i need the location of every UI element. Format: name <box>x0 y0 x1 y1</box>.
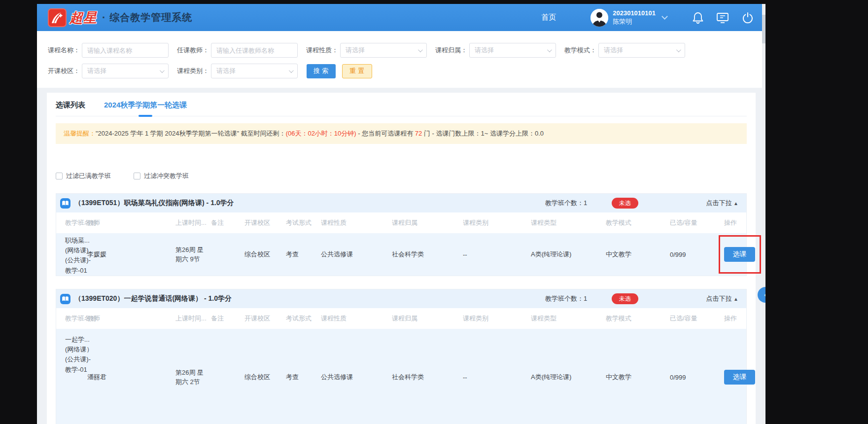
avatar[interactable] <box>590 9 608 27</box>
status-badge: 未选 <box>612 198 638 209</box>
reset-button[interactable]: 重置 <box>342 64 372 78</box>
course-category-placeholder: 请选择 <box>216 67 236 75</box>
status-badge: 未选 <box>612 293 638 304</box>
triangle-up-icon: ▲ <box>733 296 738 302</box>
course-belong-select[interactable]: 请选择 <box>469 43 556 58</box>
campus-label: 开课校区： <box>48 67 80 75</box>
book-icon <box>60 198 70 209</box>
col-teacher: 教师 <box>87 314 175 323</box>
scrollbar-thumb[interactable] <box>762 15 765 43</box>
chevron-down-icon <box>289 68 294 73</box>
course-card-1399ET051: （1399ET051）职场菜鸟礼仪指南(网络课) - 1.0学分 教学班个数：1… <box>56 193 747 276</box>
course-name-input[interactable] <box>82 43 169 58</box>
bell-icon[interactable] <box>693 12 703 24</box>
col-class-name: 教学班名称 <box>65 314 87 323</box>
course-category-select[interactable]: 请选择 <box>211 64 298 78</box>
filter-campus: 开课校区： 请选择 <box>48 64 169 78</box>
col-campus: 开课校区 <box>244 314 286 323</box>
col-time: 上课时间... <box>175 218 211 227</box>
table-row: 职场菜... (网络课) (公共课)- 教学-01 李媛媛 第26周 星期六 9… <box>56 233 746 276</box>
cell-action: 选课 <box>724 370 755 385</box>
expand-toggle[interactable]: 点击下拉 ▲ <box>706 199 738 208</box>
checkbox-icon[interactable] <box>56 173 63 179</box>
course-card-header[interactable]: （1399ET020）一起学说普通话(网络课） - 1.0学分 教学班个数：1 … <box>56 289 746 308</box>
user-info[interactable]: 202301010101 陈荣明 <box>613 9 656 26</box>
course-nature-placeholder: 请选择 <box>346 46 365 55</box>
col-belong: 课程归属 <box>392 218 463 227</box>
cell-teacher: 潘丽君 <box>87 373 175 382</box>
course-card-header[interactable]: （1399ET051）职场菜鸟礼仪指南(网络课) - 1.0学分 教学班个数：1… <box>56 194 746 212</box>
teach-mode-placeholder: 请选择 <box>604 46 623 55</box>
cell-belong: 社会科学类 <box>392 250 463 259</box>
col-action: 操作 <box>724 218 746 227</box>
checkbox-filter-conflict-classes[interactable]: 过滤冲突教学班 <box>134 172 189 180</box>
scrollbar[interactable] <box>762 4 765 424</box>
notice-available-count: 72 <box>415 130 422 137</box>
table-column-header: 教学班名称 教师 上课时间... 备注 开课校区 考试形式 课程性质 课程归属 … <box>56 212 746 233</box>
course-name-label: 课程名称： <box>48 46 80 55</box>
search-button[interactable]: 搜索 <box>307 64 336 78</box>
cell-belong: 社会科学类 <box>392 373 463 382</box>
list-header: 选课列表 2024秋季学期第一轮选课 <box>56 101 747 116</box>
col-type: 课程类型 <box>531 218 606 227</box>
book-icon <box>60 294 70 304</box>
col-exam: 考试形式 <box>286 314 321 323</box>
power-logout-icon[interactable] <box>742 12 754 24</box>
col-category: 课程类别 <box>463 314 531 323</box>
cell-nature: 公共选修课 <box>321 373 392 382</box>
search-filter-bar: 课程名称： 任课教师： 课程性质： 请选择 课程归属： 请选择 <box>37 31 765 88</box>
select-course-button[interactable]: 选课 <box>724 370 755 385</box>
cell-time: 第26周 星期六 9节 <box>175 245 210 264</box>
chevron-down-icon <box>676 47 681 52</box>
cell-type: A类(纯理论课) <box>531 250 606 259</box>
notice-quote: "2024-2025 学年 1 学期 2024秋季学期第一轮选课" <box>96 130 239 137</box>
chevron-down-icon[interactable] <box>661 13 668 20</box>
avatar-person-icon <box>590 9 608 27</box>
col-remark: 备注 <box>211 218 244 227</box>
course-nature-select[interactable]: 请选择 <box>340 43 427 58</box>
checkbox-icon[interactable] <box>134 173 140 179</box>
col-remark: 备注 <box>211 314 244 323</box>
chevron-down-icon <box>547 47 552 52</box>
filter-course-belong: 课程归属： 请选择 <box>435 43 556 58</box>
notice-limits: - 选课门数上限：1~ 选课学分上限：0.0 <box>430 130 544 137</box>
user-id: 202301010101 <box>613 9 656 17</box>
notice-deadline-label: 截至时间还剩： <box>239 130 286 137</box>
col-campus: 开课校区 <box>244 218 286 227</box>
triangle-up-icon: ▲ <box>733 201 738 206</box>
cell-category: -- <box>463 374 531 381</box>
logo-text: 超星 <box>69 9 97 27</box>
col-type: 课程类型 <box>531 314 606 323</box>
teach-mode-select[interactable]: 请选择 <box>598 43 685 58</box>
side-collapse-button[interactable]: ‹ <box>758 287 765 303</box>
top-header-bar: 超星 · 综合教学管理系统 首页 202301010101 陈荣明 <box>37 4 765 31</box>
col-capacity: 已选/容量 <box>670 314 724 323</box>
campus-select[interactable]: 请选择 <box>82 64 169 78</box>
checkbox-filter-full-classes[interactable]: 过滤已满教学班 <box>56 172 111 180</box>
col-action: 操作 <box>724 314 746 323</box>
screen-share-icon[interactable] <box>716 12 729 24</box>
course-belong-placeholder: 请选择 <box>475 46 494 55</box>
teacher-input[interactable] <box>211 43 298 58</box>
cell-category: -- <box>463 251 531 258</box>
user-name: 陈荣明 <box>613 18 656 26</box>
cell-time: 第26周 星期六 2节 <box>175 368 210 387</box>
chevron-down-icon <box>418 47 423 52</box>
list-title: 选课列表 <box>56 101 85 110</box>
class-count: 教学班个数：1 <box>545 294 587 303</box>
cell-campus: 综合校区 <box>244 250 286 259</box>
cell-action: 选课 <box>724 247 755 262</box>
cell-exam: 考查 <box>286 250 321 259</box>
app-title: 综合教学管理系统 <box>109 11 192 24</box>
tab-round1-selection[interactable]: 2024秋季学期第一轮选课 <box>104 101 187 110</box>
notice-mid: - 您当前可选课程有 <box>356 130 415 137</box>
expand-toggle[interactable]: 点击下拉 ▲ <box>706 294 738 303</box>
col-class-name: 教学班名称 <box>65 218 87 227</box>
cell-teacher: 李媛媛 <box>87 250 175 259</box>
filter-teacher: 任课教师： <box>177 43 298 58</box>
teacher-label: 任课教师： <box>177 46 209 55</box>
select-course-button[interactable]: 选课 <box>724 247 755 262</box>
nav-home-link[interactable]: 首页 <box>541 13 556 22</box>
notice-bar: 温馨提醒："2024-2025 学年 1 学期 2024秋季学期第一轮选课" 截… <box>56 123 747 144</box>
course-card-1399ET020: （1399ET020）一起学说普通话(网络课） - 1.0学分 教学班个数：1 … <box>56 289 747 424</box>
